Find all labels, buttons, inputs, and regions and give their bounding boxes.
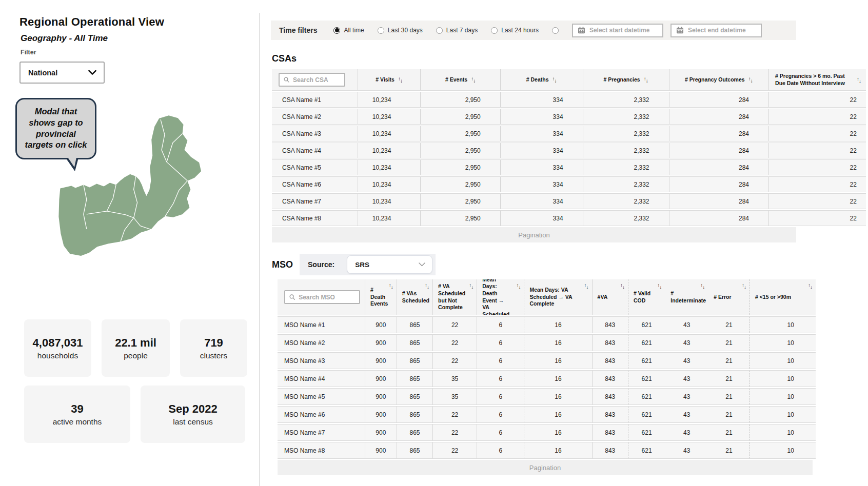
table-cell: 2,950 xyxy=(420,143,500,158)
table-row[interactable]: MSO Name #890086522616843621432110 xyxy=(278,442,816,459)
table-row[interactable]: CSA Name #610,2342,9503342,33228422 xyxy=(272,176,866,192)
table-cell: 22 xyxy=(768,177,866,192)
search-icon xyxy=(284,76,289,83)
table-row[interactable]: MSO Name #590086535616843621432110 xyxy=(278,388,816,405)
table-cell: 43 xyxy=(665,442,708,458)
table-row[interactable]: MSO Name #290086522616843621432110 xyxy=(278,334,816,351)
table-cell: 6 xyxy=(477,353,524,369)
table-row[interactable]: CSA Name #510,2342,9503342,33228422 xyxy=(272,159,866,175)
sort-icon: ↑↓ xyxy=(516,283,521,290)
csa-column-header[interactable]: # Deaths↑↓ xyxy=(500,69,583,90)
end-datetime-input[interactable]: Select end datetime xyxy=(670,24,762,37)
table-cell: 22 xyxy=(432,353,477,369)
row-name: MSO Name #1 xyxy=(278,317,365,333)
mso-column-header[interactable]: # Valid COD↑↓ xyxy=(628,279,665,315)
row-name: CSA Name #4 xyxy=(272,143,358,158)
mso-search-box[interactable] xyxy=(284,290,360,304)
table-cell: 21 xyxy=(708,335,749,351)
mso-source-select[interactable]: SRS xyxy=(347,255,432,274)
radio-button-icon[interactable] xyxy=(552,27,559,34)
table-row[interactable]: CSA Name #210,2342,9503342,33228422 xyxy=(272,109,866,125)
radio-button-icon[interactable] xyxy=(491,27,498,34)
radio-button-icon[interactable] xyxy=(333,27,340,34)
mso-column-header[interactable]: Mean Days: Death Event → VA Scheduled↑↓ xyxy=(477,279,524,315)
table-cell: 22 xyxy=(768,194,866,209)
table-cell: 865 xyxy=(397,371,432,387)
right-panel: Time filters All timeLast 30 daysLast 7 … xyxy=(271,0,868,475)
time-filters-label: Time filters xyxy=(279,26,317,34)
geography-filter-value: National xyxy=(28,69,57,77)
table-row[interactable]: MSO Name #190086522616843621432110 xyxy=(278,316,816,333)
column-label: # Death Events xyxy=(370,287,388,308)
sort-icon: ↑↓ xyxy=(742,283,746,290)
table-cell: 22 xyxy=(768,126,866,141)
table-row[interactable]: MSO Name #490086535616843621432110 xyxy=(278,370,816,387)
table-cell: 10 xyxy=(749,353,816,369)
sort-icon: ↑↓ xyxy=(748,76,753,83)
csa-search-input[interactable] xyxy=(293,76,340,84)
table-cell: 43 xyxy=(665,407,708,422)
table-cell: 900 xyxy=(365,407,397,422)
table-cell: 10,234 xyxy=(358,143,421,158)
row-name: CSA Name #1 xyxy=(272,92,358,107)
csa-search-box[interactable] xyxy=(279,73,345,87)
table-row[interactable]: CSA Name #810,2342,9503342,33228422 xyxy=(272,210,866,226)
geography-filter-select[interactable]: National xyxy=(19,62,105,84)
table-cell: 843 xyxy=(592,442,628,458)
mso-column-header[interactable]: # VAs Scheduled↑↓ xyxy=(397,279,432,315)
time-filter-option[interactable] xyxy=(552,27,559,34)
mso-column-header[interactable]: # Indeterminate↑↓ xyxy=(665,279,708,315)
table-cell: 865 xyxy=(397,389,432,404)
stat-card-households: 4,087,031 households xyxy=(24,319,91,377)
time-filter-option[interactable]: Last 30 days xyxy=(378,27,423,34)
mso-source-value: SRS xyxy=(355,261,369,269)
table-row[interactable]: CSA Name #310,2342,9503342,33228422 xyxy=(272,126,866,141)
table-cell: 43 xyxy=(665,317,708,333)
mso-column-header[interactable]: # <15 or >90m↑↓ xyxy=(749,279,816,315)
table-row[interactable]: MSO Name #390086522616843621432110 xyxy=(278,352,816,369)
csa-column-header[interactable]: # Pregnancies > 6 mo. Past Due Date With… xyxy=(768,69,866,90)
sort-icon: ↑↓ xyxy=(808,283,813,290)
table-row[interactable]: CSA Name #710,2342,9503342,33228422 xyxy=(272,193,866,209)
csa-column-header[interactable]: # Events↑↓ xyxy=(420,69,500,90)
table-cell: 865 xyxy=(397,424,432,440)
mso-pagination[interactable]: Pagination xyxy=(278,460,813,475)
table-cell: 43 xyxy=(665,353,708,369)
table-row[interactable]: CSA Name #110,2342,9503342,33228422 xyxy=(272,92,866,108)
mso-column-header[interactable]: # VA Scheduled but Not Complete↑↓ xyxy=(432,279,477,315)
table-row[interactable]: MSO Name #790086522616843621432110 xyxy=(278,424,816,441)
table-cell: 843 xyxy=(592,424,628,440)
table-cell: 6 xyxy=(477,317,524,333)
mso-column-header[interactable]: # Death Events↑↓ xyxy=(365,279,397,315)
mso-table-body: MSO Name #190086522616843621432110MSO Na… xyxy=(278,316,816,459)
column-label: Mean Days: Death Event → VA Scheduled xyxy=(482,279,511,315)
csa-column-header[interactable]: # Visits↑↓ xyxy=(358,69,421,90)
time-filter-option[interactable]: All time xyxy=(333,27,364,34)
table-cell: 2,332 xyxy=(583,109,669,124)
start-datetime-input[interactable]: Select start datetime xyxy=(572,24,663,37)
time-filter-option[interactable]: Last 24 hours xyxy=(491,27,539,34)
table-cell: 6 xyxy=(477,389,524,404)
table-cell: 2,332 xyxy=(583,177,669,192)
mso-column-header[interactable]: #VA↑↓ xyxy=(592,279,628,315)
table-cell: 6 xyxy=(477,335,524,351)
table-cell: 10 xyxy=(749,335,816,351)
time-filter-option[interactable]: Last 7 days xyxy=(436,27,478,34)
table-row[interactable]: CSA Name #410,2342,9503342,33228422 xyxy=(272,143,866,158)
radio-button-icon[interactable] xyxy=(436,27,443,34)
table-row[interactable]: MSO Name #690086522616843621432110 xyxy=(278,406,816,423)
table-cell: 865 xyxy=(397,335,432,351)
mso-column-header[interactable]: Mean Days: VA Scheduled → VA Complete↑↓ xyxy=(524,279,591,315)
mso-search-input[interactable] xyxy=(299,294,355,301)
csa-column-header[interactable]: # Pregnancy Outcomes↑↓ xyxy=(669,69,769,90)
mso-column-header[interactable]: # Error↑↓ xyxy=(708,279,749,315)
sort-icon: ↑↓ xyxy=(469,283,474,290)
csa-column-header[interactable]: # Pregnancies↑↓ xyxy=(583,69,669,90)
table-cell: 22 xyxy=(768,143,866,158)
table-cell: 21 xyxy=(708,371,749,387)
row-name: MSO Name #3 xyxy=(278,353,365,369)
column-label: # Valid COD xyxy=(634,290,653,304)
table-cell: 621 xyxy=(628,371,665,387)
csa-pagination[interactable]: Pagination xyxy=(272,227,796,242)
radio-button-icon[interactable] xyxy=(378,27,384,34)
